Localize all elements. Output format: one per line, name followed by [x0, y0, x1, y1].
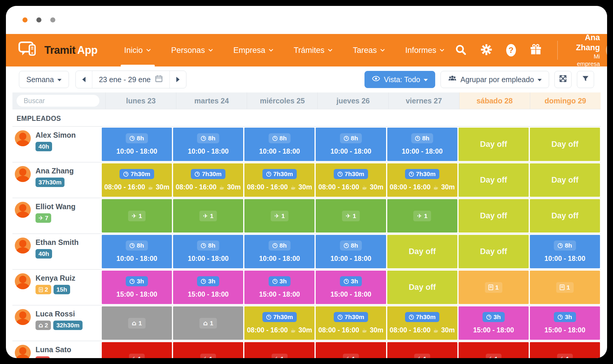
view-mode-button[interactable]: Vista: Todo	[364, 71, 435, 88]
shift-cell[interactable]: 8h10:00 - 18:00	[173, 235, 243, 268]
break-duration: 30m	[299, 183, 312, 191]
employee-cell[interactable]: Alex Simon40h	[12, 127, 101, 161]
shift-cell[interactable]: 3h15:00 - 18:00	[316, 271, 386, 304]
employee-info: Kenya Ruiz215h	[36, 273, 75, 294]
shift-cell[interactable]: 8h10:00 - 18:00	[244, 235, 314, 268]
shift-cell[interactable]: 8h10:00 - 18:00	[102, 128, 172, 161]
date-next-button[interactable]	[170, 71, 186, 88]
absence-cell[interactable]: ⌂1	[102, 306, 172, 340]
absence-cell[interactable]: ⚕1	[102, 342, 172, 358]
absence-cell[interactable]: 1	[459, 271, 529, 304]
absence-cell[interactable]: ⚕1	[244, 342, 314, 358]
dayoff-cell[interactable]: Day off	[387, 235, 457, 268]
employee-cell[interactable]: Kenya Ruiz215h	[12, 270, 101, 304]
employee-cell[interactable]: Luna Sato⚕5	[12, 342, 101, 358]
period-select-button[interactable]: Semana	[19, 71, 69, 88]
shift-duration: 3h	[493, 313, 501, 321]
employee-cell[interactable]: Luca Rossi⌂232h30m	[12, 306, 101, 340]
nav-item-trámites[interactable]: Trámites	[284, 34, 343, 66]
shift-cell[interactable]: 7h30m08:00 - 16:00☕30m	[387, 163, 457, 197]
filter-button[interactable]	[577, 71, 594, 88]
shift-cell[interactable]: 7h30m08:00 - 16:00☕30m	[387, 306, 457, 340]
help-icon[interactable]: ?	[506, 44, 516, 56]
dayoff-label: Day off	[480, 140, 507, 149]
dayoff-cell[interactable]: Day off	[387, 271, 457, 304]
nav-item-empresa[interactable]: Empresa	[223, 34, 284, 66]
absence-tag: ⚕1	[414, 354, 430, 358]
shift-time: 10:00 - 18:00	[402, 147, 443, 155]
absence-cell[interactable]: ✈1	[102, 199, 172, 233]
shift-cell[interactable]: 8h10:00 - 18:00	[316, 128, 386, 161]
shift-cell[interactable]: 3h15:00 - 18:00	[244, 271, 314, 304]
search-icon[interactable]	[455, 44, 467, 57]
nav-item-inicio[interactable]: Inicio	[114, 34, 161, 66]
absence-cell[interactable]: ⚕1	[530, 342, 600, 358]
employee-cell[interactable]: Elliot Wang✈7	[12, 199, 101, 233]
dayoff-cell[interactable]: Day off	[530, 199, 600, 233]
nav-item-informes[interactable]: Informes	[395, 34, 455, 66]
group-by-button[interactable]: Agrupar por empleado	[441, 71, 549, 88]
absence-tag: ✈1	[413, 211, 431, 221]
absence-cell[interactable]: ✈1	[387, 199, 457, 233]
shift-cell[interactable]: 7h30m08:00 - 16:00☕30m	[316, 306, 386, 340]
employee-cell[interactable]: Ana Zhang37h30m	[12, 163, 101, 197]
break-duration: 30m	[441, 326, 455, 334]
date-range-button[interactable]: 23 ene - 29 ene	[92, 71, 170, 88]
absence-cell[interactable]: ⚕1	[316, 342, 386, 358]
absence-cell[interactable]: ⚕1	[387, 342, 457, 358]
absence-cell[interactable]: ⚕1	[173, 342, 243, 358]
shift-cell[interactable]: 8h10:00 - 18:00	[530, 235, 600, 268]
shift-cell[interactable]: 7h30m08:00 - 16:00☕30m	[102, 163, 172, 197]
absence-cell[interactable]: ⌂1	[173, 306, 243, 340]
shift-cell[interactable]: 8h10:00 - 18:00	[102, 235, 172, 268]
shift-time-text: 10:00 - 18:00	[259, 255, 300, 263]
dayoff-label: Day off	[480, 211, 507, 220]
dayoff-cell[interactable]: Day off	[530, 163, 600, 197]
dayoff-cell[interactable]: Day off	[530, 128, 600, 161]
shift-cell[interactable]: 3h15:00 - 18:00	[530, 306, 600, 340]
shift-cell[interactable]: 3h15:00 - 18:00	[173, 271, 243, 304]
absence-cell[interactable]: ✈1	[244, 199, 314, 233]
employee-badges: ⌂232h30m	[36, 321, 83, 330]
day-header-row: lunes 23martes 24miércoles 25jueves 26vi…	[12, 92, 601, 109]
shift-duration-pill: 3h	[554, 312, 576, 322]
day-header-cell: jueves 26	[317, 92, 388, 109]
shift-cell[interactable]: 8h10:00 - 18:00	[173, 128, 243, 161]
shift-time-text: 10:00 - 18:00	[330, 147, 371, 155]
dayoff-cell[interactable]: Day off	[459, 128, 529, 161]
shift-cell[interactable]: 7h30m08:00 - 16:00☕30m	[316, 163, 386, 197]
shift-cell[interactable]: 7h30m08:00 - 16:00☕30m	[173, 163, 243, 197]
fullscreen-button[interactable]	[554, 71, 572, 88]
shift-cell[interactable]: 8h10:00 - 18:00	[316, 235, 386, 268]
date-prev-button[interactable]	[76, 71, 92, 88]
nav-item-personas[interactable]: Personas	[161, 34, 223, 66]
shift-cell[interactable]: 7h30m08:00 - 16:00☕30m	[244, 163, 314, 197]
brand-logo[interactable]: Tramit App	[18, 40, 98, 61]
user-avatar[interactable]	[606, 40, 607, 60]
employee-cell[interactable]: Ethan Smith40h	[12, 235, 101, 269]
dayoff-cell[interactable]: Day off	[459, 163, 529, 197]
user-menu[interactable]: Ana Zhang Mi empresa	[573, 33, 607, 68]
coffee-icon: ☕	[219, 184, 225, 190]
shift-duration: 7h30m	[345, 313, 364, 321]
badge-text: 40h	[38, 143, 49, 150]
shift-cell[interactable]: 8h10:00 - 18:00	[387, 128, 457, 161]
gear-icon[interactable]	[480, 43, 493, 57]
shift-cell[interactable]: 8h10:00 - 18:00	[244, 128, 314, 161]
employee-info: Ethan Smith40h	[36, 238, 79, 259]
shift-duration-pill: 7h30m	[334, 169, 368, 179]
absence-cell[interactable]: ⚕1	[459, 342, 529, 358]
shift-cell[interactable]: 3h15:00 - 18:00	[459, 306, 529, 340]
absence-cell[interactable]: ✈1	[316, 199, 386, 233]
shift-cell[interactable]: 7h30m08:00 - 16:00☕30m	[244, 306, 314, 340]
nav-item-tareas[interactable]: Tareas	[343, 34, 395, 66]
absence-cell[interactable]: ✈1	[173, 199, 243, 233]
absence-cell[interactable]: 1	[530, 271, 600, 304]
dayoff-cell[interactable]: Day off	[459, 235, 529, 268]
dayoff-label: Day off	[551, 211, 579, 220]
period-label: Semana	[26, 75, 54, 84]
gift-icon[interactable]	[530, 43, 542, 57]
shift-cell[interactable]: 3h15:00 - 18:00	[102, 271, 172, 304]
search-input[interactable]	[17, 95, 99, 107]
dayoff-cell[interactable]: Day off	[459, 199, 529, 233]
